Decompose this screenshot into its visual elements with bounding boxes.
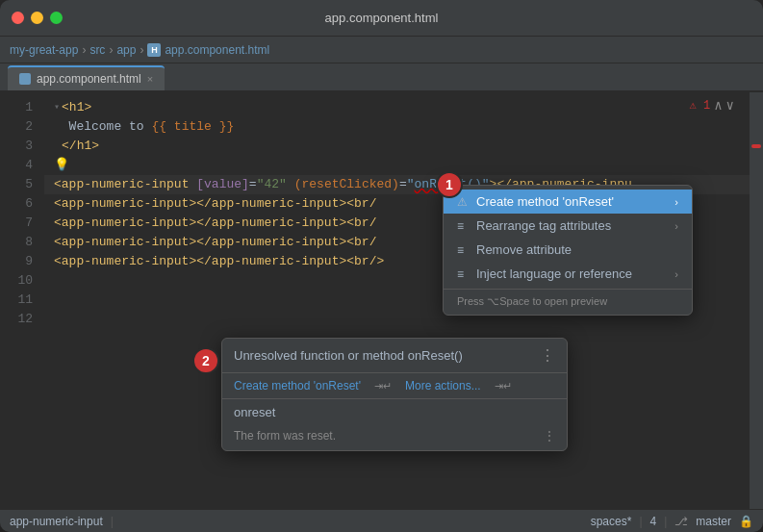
line-num-10: 10 <box>0 271 33 291</box>
bp-entry-desc: The form was reset. ⋮ <box>222 425 567 450</box>
rearrange-icon: ≡ <box>457 219 471 233</box>
bp-desc-text: The form was reset. <box>234 429 336 443</box>
bp-shortcut-2: ⇥↵ <box>495 380 512 393</box>
callout-badge-1: 1 <box>436 171 463 198</box>
status-element: app-numeric-input <box>10 515 103 528</box>
maximize-button[interactable] <box>50 12 63 24</box>
traffic-lights <box>12 12 63 24</box>
code-line-3: ▾ </h1> <box>44 137 750 156</box>
line-num-6: 6 <box>0 194 33 214</box>
inject-icon: ≡ <box>457 267 471 281</box>
status-spaces: spaces* <box>591 515 632 528</box>
status-branch: master <box>696 515 731 528</box>
file-icon: H <box>147 43 161 57</box>
title-bar: app.component.html <box>0 0 763 37</box>
cm-separator <box>444 289 692 290</box>
lock-icon: 🔒 <box>739 515 753 528</box>
code-line-4: 💡 <box>44 156 750 175</box>
line-num-11: 11 <box>0 291 33 310</box>
cm-label-remove-attr: Remove attribute <box>476 242 572 257</box>
cm-item-inject-lang[interactable]: ≡ Inject language or reference › <box>444 262 692 286</box>
status-encoding: 4 <box>650 515 657 528</box>
chevron-right-icon-3: › <box>674 268 678 280</box>
chevron-right-icon: › <box>674 196 678 208</box>
lightbulb-icon[interactable]: 💡 <box>54 156 69 175</box>
cm-item-create-method[interactable]: ⚠ Create method 'onReset' › <box>444 190 692 214</box>
bp-create-method-link[interactable]: Create method 'onReset' <box>234 379 361 393</box>
breadcrumb-src[interactable]: src <box>89 43 105 57</box>
bp-entry: onreset <box>222 399 567 425</box>
bp-shortcut-1: ⇥↵ <box>374 380 392 393</box>
chevron-right-icon-2: › <box>674 220 678 232</box>
line-num-2: 2 <box>0 117 33 137</box>
breadcrumb: my-great-app › src › app › H app.compone… <box>0 37 763 63</box>
fold-arrow-1[interactable]: ▾ <box>54 98 60 117</box>
editor-controls: ⚠ 1 ∧ ∨ <box>689 96 734 115</box>
method-icon: ⚠ <box>457 195 471 209</box>
remove-icon: ≡ <box>457 243 471 257</box>
line-numbers: 1 2 3 4 5 6 7 8 9 10 11 12 <box>0 92 40 509</box>
line-num-1: 1 <box>0 98 33 117</box>
cm-label-create-method: Create method 'onReset' <box>476 194 614 209</box>
line-num-4: 4 <box>0 156 33 175</box>
bp-more-actions[interactable]: More actions... <box>405 379 481 393</box>
error-count-badge: ⚠ 1 <box>689 96 710 115</box>
callout-badge-2: 2 <box>192 347 219 374</box>
cm-label-rearrange-attrs: Rearrange tag attributes <box>476 218 611 233</box>
git-icon: ⎇ <box>674 515 688 528</box>
close-button[interactable] <box>12 12 24 24</box>
code-line-1: ▾ <h1> <box>44 98 750 117</box>
bottom-popup: Unresolved function or method onReset() … <box>221 338 568 451</box>
cm-item-remove-attr[interactable]: ≡ Remove attribute <box>444 238 692 262</box>
status-bar: app-numeric-input | spaces* | 4 | ⎇ mast… <box>0 509 763 532</box>
line-num-7: 7 <box>0 214 33 233</box>
breadcrumb-file[interactable]: app.component.html <box>165 43 269 57</box>
error-marker <box>751 144 761 148</box>
line-num-9: 9 <box>0 252 33 271</box>
minimize-button[interactable] <box>31 12 43 24</box>
line-num-3: 3 <box>0 137 33 156</box>
breadcrumb-app[interactable]: app <box>116 43 136 57</box>
bp-entry-menu-icon[interactable]: ⋮ <box>544 429 555 443</box>
html-file-icon <box>19 73 31 85</box>
breadcrumb-project[interactable]: my-great-app <box>10 43 78 57</box>
bp-title: Unresolved function or method onReset() <box>234 348 463 363</box>
tab-label: app.component.html <box>37 72 141 86</box>
context-menu-1: ⚠ Create method 'onReset' › ≡ Rearrange … <box>443 185 693 316</box>
scroll-up-button[interactable]: ∧ <box>714 96 722 115</box>
scroll-down-button[interactable]: ∨ <box>726 96 734 115</box>
line-num-12: 12 <box>0 310 33 329</box>
bp-header: Unresolved function or method onReset() … <box>222 339 567 373</box>
tab-bar: app.component.html × <box>0 63 763 92</box>
tab-close-button[interactable]: × <box>147 73 153 85</box>
cm-item-rearrange-attrs[interactable]: ≡ Rearrange tag attributes › <box>444 214 692 238</box>
line-num-5: 5 <box>0 175 33 194</box>
scrollbar[interactable] <box>750 92 763 509</box>
bp-menu-icon[interactable]: ⋮ <box>540 346 555 365</box>
line-num-8: 8 <box>0 233 33 252</box>
cm-label-inject-lang: Inject language or reference <box>476 266 632 281</box>
bp-actions: Create method 'onReset' ⇥↵ More actions.… <box>222 373 567 399</box>
tab-app-component[interactable]: app.component.html × <box>8 65 165 90</box>
cm-hint: Press ⌥Space to open preview <box>444 292 692 311</box>
window-title: app.component.html <box>325 11 439 25</box>
code-line-2: Welcome to {{ title }} <box>44 117 750 137</box>
editor-area: 1 2 3 4 5 6 7 8 9 10 11 12 ▾ <h1> Welcom… <box>0 92 763 509</box>
